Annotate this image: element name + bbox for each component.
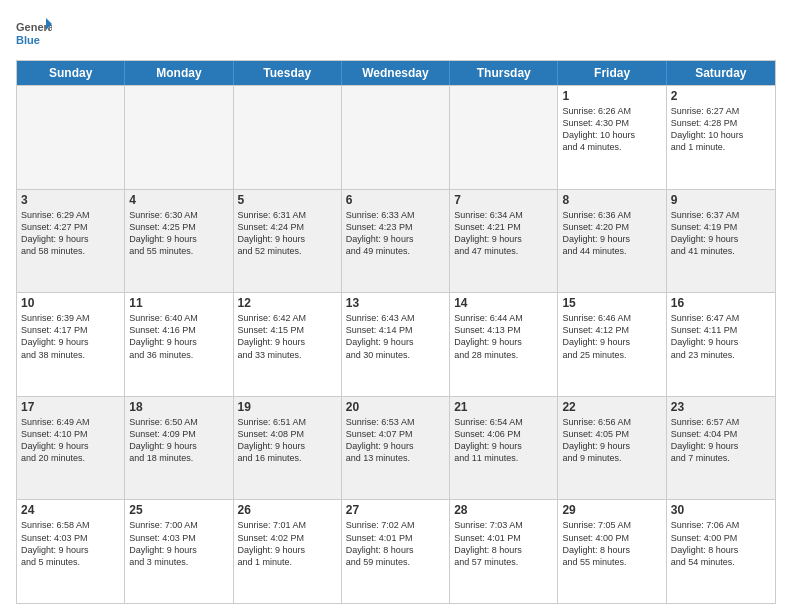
- day-number: 7: [454, 193, 553, 207]
- day-cell-4: 4Sunrise: 6:30 AMSunset: 4:25 PMDaylight…: [125, 190, 233, 293]
- calendar-row-1: 3Sunrise: 6:29 AMSunset: 4:27 PMDaylight…: [17, 189, 775, 293]
- day-info: Sunrise: 6:26 AMSunset: 4:30 PMDaylight:…: [562, 105, 661, 154]
- day-info: Sunrise: 6:34 AMSunset: 4:21 PMDaylight:…: [454, 209, 553, 258]
- day-cell-1: 1Sunrise: 6:26 AMSunset: 4:30 PMDaylight…: [558, 86, 666, 189]
- day-info: Sunrise: 6:30 AMSunset: 4:25 PMDaylight:…: [129, 209, 228, 258]
- day-cell-11: 11Sunrise: 6:40 AMSunset: 4:16 PMDayligh…: [125, 293, 233, 396]
- day-cell-23: 23Sunrise: 6:57 AMSunset: 4:04 PMDayligh…: [667, 397, 775, 500]
- day-info: Sunrise: 6:53 AMSunset: 4:07 PMDaylight:…: [346, 416, 445, 465]
- day-number: 19: [238, 400, 337, 414]
- header-day-thursday: Thursday: [450, 61, 558, 85]
- day-info: Sunrise: 6:51 AMSunset: 4:08 PMDaylight:…: [238, 416, 337, 465]
- svg-text:Blue: Blue: [16, 34, 40, 46]
- day-info: Sunrise: 7:00 AMSunset: 4:03 PMDaylight:…: [129, 519, 228, 568]
- header-day-saturday: Saturday: [667, 61, 775, 85]
- calendar-row-0: 1Sunrise: 6:26 AMSunset: 4:30 PMDaylight…: [17, 85, 775, 189]
- day-info: Sunrise: 7:02 AMSunset: 4:01 PMDaylight:…: [346, 519, 445, 568]
- day-info: Sunrise: 6:46 AMSunset: 4:12 PMDaylight:…: [562, 312, 661, 361]
- calendar-row-4: 24Sunrise: 6:58 AMSunset: 4:03 PMDayligh…: [17, 499, 775, 603]
- header-day-monday: Monday: [125, 61, 233, 85]
- day-number: 14: [454, 296, 553, 310]
- day-cell-16: 16Sunrise: 6:47 AMSunset: 4:11 PMDayligh…: [667, 293, 775, 396]
- day-cell-19: 19Sunrise: 6:51 AMSunset: 4:08 PMDayligh…: [234, 397, 342, 500]
- day-cell-21: 21Sunrise: 6:54 AMSunset: 4:06 PMDayligh…: [450, 397, 558, 500]
- calendar-row-2: 10Sunrise: 6:39 AMSunset: 4:17 PMDayligh…: [17, 292, 775, 396]
- logo: General Blue: [16, 16, 52, 52]
- day-cell-6: 6Sunrise: 6:33 AMSunset: 4:23 PMDaylight…: [342, 190, 450, 293]
- day-number: 27: [346, 503, 445, 517]
- empty-cell: [342, 86, 450, 189]
- day-cell-29: 29Sunrise: 7:05 AMSunset: 4:00 PMDayligh…: [558, 500, 666, 603]
- day-number: 6: [346, 193, 445, 207]
- logo-svg: General Blue: [16, 16, 52, 52]
- day-info: Sunrise: 7:03 AMSunset: 4:01 PMDaylight:…: [454, 519, 553, 568]
- day-number: 20: [346, 400, 445, 414]
- header-day-sunday: Sunday: [17, 61, 125, 85]
- empty-cell: [125, 86, 233, 189]
- day-number: 28: [454, 503, 553, 517]
- day-cell-8: 8Sunrise: 6:36 AMSunset: 4:20 PMDaylight…: [558, 190, 666, 293]
- day-number: 22: [562, 400, 661, 414]
- day-number: 11: [129, 296, 228, 310]
- day-info: Sunrise: 6:27 AMSunset: 4:28 PMDaylight:…: [671, 105, 771, 154]
- day-number: 1: [562, 89, 661, 103]
- day-number: 9: [671, 193, 771, 207]
- day-info: Sunrise: 6:47 AMSunset: 4:11 PMDaylight:…: [671, 312, 771, 361]
- day-cell-20: 20Sunrise: 6:53 AMSunset: 4:07 PMDayligh…: [342, 397, 450, 500]
- day-info: Sunrise: 6:29 AMSunset: 4:27 PMDaylight:…: [21, 209, 120, 258]
- day-cell-9: 9Sunrise: 6:37 AMSunset: 4:19 PMDaylight…: [667, 190, 775, 293]
- day-info: Sunrise: 6:40 AMSunset: 4:16 PMDaylight:…: [129, 312, 228, 361]
- day-cell-13: 13Sunrise: 6:43 AMSunset: 4:14 PMDayligh…: [342, 293, 450, 396]
- day-info: Sunrise: 6:31 AMSunset: 4:24 PMDaylight:…: [238, 209, 337, 258]
- empty-cell: [450, 86, 558, 189]
- empty-cell: [17, 86, 125, 189]
- day-number: 30: [671, 503, 771, 517]
- day-info: Sunrise: 6:43 AMSunset: 4:14 PMDaylight:…: [346, 312, 445, 361]
- day-cell-24: 24Sunrise: 6:58 AMSunset: 4:03 PMDayligh…: [17, 500, 125, 603]
- day-number: 13: [346, 296, 445, 310]
- day-number: 29: [562, 503, 661, 517]
- calendar: SundayMondayTuesdayWednesdayThursdayFrid…: [16, 60, 776, 604]
- header-day-tuesday: Tuesday: [234, 61, 342, 85]
- day-info: Sunrise: 6:57 AMSunset: 4:04 PMDaylight:…: [671, 416, 771, 465]
- day-info: Sunrise: 6:37 AMSunset: 4:19 PMDaylight:…: [671, 209, 771, 258]
- day-number: 2: [671, 89, 771, 103]
- day-cell-25: 25Sunrise: 7:00 AMSunset: 4:03 PMDayligh…: [125, 500, 233, 603]
- header-day-wednesday: Wednesday: [342, 61, 450, 85]
- day-number: 24: [21, 503, 120, 517]
- day-number: 10: [21, 296, 120, 310]
- day-cell-18: 18Sunrise: 6:50 AMSunset: 4:09 PMDayligh…: [125, 397, 233, 500]
- day-number: 21: [454, 400, 553, 414]
- day-info: Sunrise: 6:36 AMSunset: 4:20 PMDaylight:…: [562, 209, 661, 258]
- day-info: Sunrise: 6:56 AMSunset: 4:05 PMDaylight:…: [562, 416, 661, 465]
- day-cell-22: 22Sunrise: 6:56 AMSunset: 4:05 PMDayligh…: [558, 397, 666, 500]
- day-info: Sunrise: 7:01 AMSunset: 4:02 PMDaylight:…: [238, 519, 337, 568]
- page-header: General Blue: [16, 16, 776, 52]
- day-info: Sunrise: 6:33 AMSunset: 4:23 PMDaylight:…: [346, 209, 445, 258]
- day-number: 12: [238, 296, 337, 310]
- day-cell-12: 12Sunrise: 6:42 AMSunset: 4:15 PMDayligh…: [234, 293, 342, 396]
- day-number: 23: [671, 400, 771, 414]
- day-cell-10: 10Sunrise: 6:39 AMSunset: 4:17 PMDayligh…: [17, 293, 125, 396]
- day-info: Sunrise: 6:54 AMSunset: 4:06 PMDaylight:…: [454, 416, 553, 465]
- day-cell-2: 2Sunrise: 6:27 AMSunset: 4:28 PMDaylight…: [667, 86, 775, 189]
- empty-cell: [234, 86, 342, 189]
- day-number: 26: [238, 503, 337, 517]
- day-cell-30: 30Sunrise: 7:06 AMSunset: 4:00 PMDayligh…: [667, 500, 775, 603]
- day-info: Sunrise: 7:05 AMSunset: 4:00 PMDaylight:…: [562, 519, 661, 568]
- day-cell-17: 17Sunrise: 6:49 AMSunset: 4:10 PMDayligh…: [17, 397, 125, 500]
- day-info: Sunrise: 6:50 AMSunset: 4:09 PMDaylight:…: [129, 416, 228, 465]
- day-cell-14: 14Sunrise: 6:44 AMSunset: 4:13 PMDayligh…: [450, 293, 558, 396]
- day-info: Sunrise: 6:42 AMSunset: 4:15 PMDaylight:…: [238, 312, 337, 361]
- day-number: 17: [21, 400, 120, 414]
- day-number: 4: [129, 193, 228, 207]
- day-cell-27: 27Sunrise: 7:02 AMSunset: 4:01 PMDayligh…: [342, 500, 450, 603]
- day-number: 5: [238, 193, 337, 207]
- header-day-friday: Friday: [558, 61, 666, 85]
- day-number: 18: [129, 400, 228, 414]
- day-cell-26: 26Sunrise: 7:01 AMSunset: 4:02 PMDayligh…: [234, 500, 342, 603]
- day-info: Sunrise: 6:49 AMSunset: 4:10 PMDaylight:…: [21, 416, 120, 465]
- day-cell-3: 3Sunrise: 6:29 AMSunset: 4:27 PMDaylight…: [17, 190, 125, 293]
- calendar-header: SundayMondayTuesdayWednesdayThursdayFrid…: [17, 61, 775, 85]
- day-number: 15: [562, 296, 661, 310]
